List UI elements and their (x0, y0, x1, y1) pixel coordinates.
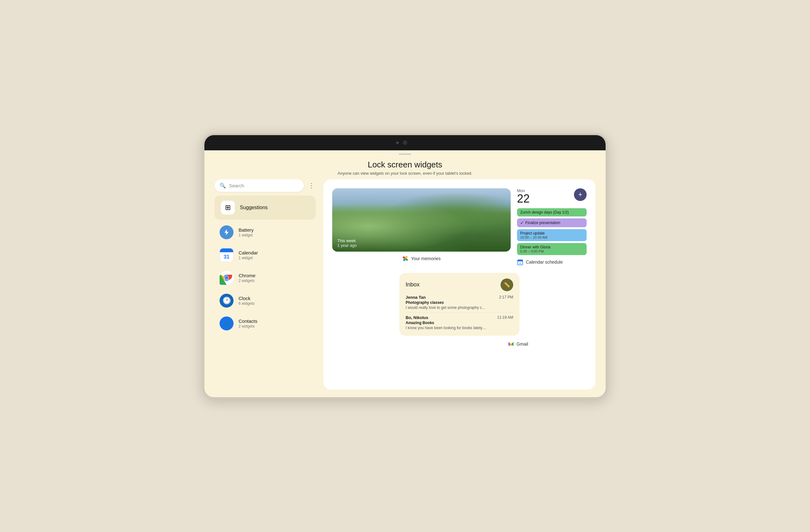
suggestions-item[interactable]: ⊞ Suggestions (214, 196, 316, 220)
gmail-preview-2: I know you have been looking for books l… (406, 326, 507, 330)
camera-dot-left (396, 142, 399, 144)
gmail-title: Inbox (406, 281, 420, 288)
gmail-subject-1: Photography classes (406, 300, 513, 305)
svg-rect-5 (518, 260, 523, 261)
memories-widget: This week 1 year ago (332, 188, 511, 265)
event-3-time: 10:00 – 10:30 AM (520, 236, 583, 239)
gmail-icon (508, 341, 514, 347)
event-2-title: Finalize presentation (525, 221, 560, 225)
contacts-app-icon: 👤 (220, 317, 233, 331)
front-camera (403, 141, 407, 145)
calendar-events: Zurich design days (Day 1/2) ✓ Finalize … (517, 208, 587, 255)
event-1-title: Zurich design days (Day 1/2) (520, 210, 569, 214)
search-placeholder: Search (229, 183, 244, 188)
gmail-email-2[interactable]: Bo, Nikolus 11:19 AM Amazing Books I kno… (406, 315, 513, 330)
gmail-email-1[interactable]: Jenna Tan 2:17 PM Photography classes I … (406, 295, 513, 313)
gmail-label-text: Gmail (517, 341, 529, 346)
calendar-widget-label: 31 Calendar schedule (517, 259, 587, 265)
calendar-event-3[interactable]: Project update 10:00 – 10:30 AM (517, 229, 587, 241)
svg-point-3 (225, 276, 228, 280)
gmail-row1-1: Jenna Tan 2:17 PM (406, 295, 513, 300)
svg-rect-6 (519, 259, 520, 260)
calendar-date: Mon 22 (517, 188, 530, 205)
clock-app-info: Clock 6 widgets (239, 295, 255, 306)
clock-app-icon: 🕐 (220, 294, 233, 308)
event-4-title: Dinner with Gloria (520, 245, 583, 249)
gmail-widget-label: Gmail (508, 341, 529, 347)
gmail-edit-button[interactable]: ✏️ (501, 278, 513, 291)
page-subtitle: Anyone can view widgets on your lock scr… (205, 171, 605, 176)
calendar-event-4[interactable]: Dinner with Gloria 5:30 – 9:00 PM (517, 243, 587, 255)
calendar-event-2[interactable]: ✓ Finalize presentation (517, 219, 587, 227)
contacts-app-name: Contacts (239, 318, 257, 324)
calendar-widget-icon: 31 (517, 259, 523, 265)
calendar-label-text: Calendar schedule (526, 259, 563, 264)
list-item[interactable]: 🕐 Clock 6 widgets (214, 289, 316, 312)
gmail-widget-container: Inbox ✏️ Jenna Tan 2:17 PM Photography c… (332, 273, 587, 336)
page-header: Lock screen widgets Anyone can view widg… (205, 155, 605, 179)
calendar-app-info: Calendar 1 widget (239, 250, 258, 260)
event-3-title: Project update (520, 231, 583, 236)
body-area: 🔍 Search ⋮ ⊞ Suggestions (205, 179, 605, 397)
main-content: Lock screen widgets Anyone can view widg… (205, 150, 605, 397)
svg-text:31: 31 (519, 262, 521, 264)
search-box[interactable]: 🔍 Search (214, 179, 304, 192)
app-list: Battery 1 widget 31 Calendar 1 widget (214, 221, 316, 335)
list-item[interactable]: 👤 Contacts 2 widgets (214, 312, 316, 335)
suggestions-label: Suggestions (240, 205, 268, 210)
gmail-emails: Jenna Tan 2:17 PM Photography classes I … (406, 295, 513, 330)
calendar-app-widgets: 1 widget (239, 256, 258, 260)
more-options-icon[interactable]: ⋮ (307, 180, 316, 191)
calendar-event-1[interactable]: Zurich design days (Day 1/2) (517, 208, 587, 216)
memories-overlay: This week 1 year ago (337, 238, 357, 248)
suggestions-icon: ⊞ (221, 200, 235, 214)
chrome-app-info: Chrome 2 widgets (239, 273, 255, 283)
battery-app-info: Battery 1 widget (239, 227, 254, 237)
chrome-app-widgets: 2 widgets (239, 278, 255, 283)
memories-photo-background (332, 188, 511, 252)
battery-app-widgets: 1 widget (239, 233, 254, 237)
event-4-time: 5:30 – 9:00 PM (520, 249, 583, 253)
search-icon: 🔍 (220, 182, 226, 189)
clock-app-widgets: 6 widgets (239, 301, 255, 306)
google-photos-icon (402, 255, 408, 262)
contacts-app-widgets: 2 widgets (239, 324, 257, 328)
check-icon: ✓ (520, 220, 524, 225)
widgets-grid: This week 1 year ago (332, 188, 587, 265)
memories-widget-label: Your memories (402, 255, 441, 262)
gmail-preview-1: I would really love to get some photogra… (406, 305, 507, 310)
gmail-header: Inbox ✏️ (406, 278, 513, 291)
gmail-widget: Inbox ✏️ Jenna Tan 2:17 PM Photography c… (399, 273, 520, 336)
list-item[interactable]: Chrome 2 widgets (214, 267, 316, 289)
contacts-app-info: Contacts 2 widgets (239, 318, 257, 328)
gmail-time-2: 11:19 AM (497, 315, 513, 320)
calendar-add-button[interactable]: + (574, 188, 587, 201)
calendar-app-name: Calendar (239, 250, 258, 255)
chrome-app-icon (220, 271, 233, 285)
calendar-widget: Mon 22 + Zurich design days (Day 1/2) ✓ (517, 188, 587, 265)
battery-app-icon (220, 225, 233, 239)
list-item[interactable]: 31 Calendar 1 widget (214, 244, 316, 267)
chrome-app-name: Chrome (239, 273, 255, 278)
right-panel: This week 1 year ago (323, 179, 596, 390)
svg-rect-7 (521, 259, 521, 260)
gmail-row1-2: Bo, Nikolus 11:19 AM (406, 315, 513, 320)
gmail-subject-2: Amazing Books (406, 321, 513, 325)
left-panel: 🔍 Search ⋮ ⊞ Suggestions (214, 179, 316, 390)
calendar-day-num: 22 (517, 193, 530, 205)
memories-label-text: Your memories (411, 256, 441, 261)
gmail-sender-2: Bo, Nikolus (406, 315, 428, 320)
gmail-sender-1: Jenna Tan (406, 295, 425, 300)
search-row: 🔍 Search ⋮ (214, 179, 316, 192)
memories-photo: This week 1 year ago (332, 188, 511, 252)
gmail-time-1: 2:17 PM (499, 295, 513, 300)
memories-year: 1 year ago (337, 243, 357, 248)
calendar-app-icon: 31 (220, 248, 233, 262)
calendar-header: Mon 22 + (517, 188, 587, 205)
battery-app-name: Battery (239, 227, 254, 232)
memories-week: This week (337, 238, 357, 243)
tablet-frame: Lock screen widgets Anyone can view widg… (202, 133, 608, 399)
clock-app-name: Clock (239, 295, 255, 301)
list-item[interactable]: Battery 1 widget (214, 221, 316, 244)
widget-labels-row: Gmail (332, 341, 587, 347)
